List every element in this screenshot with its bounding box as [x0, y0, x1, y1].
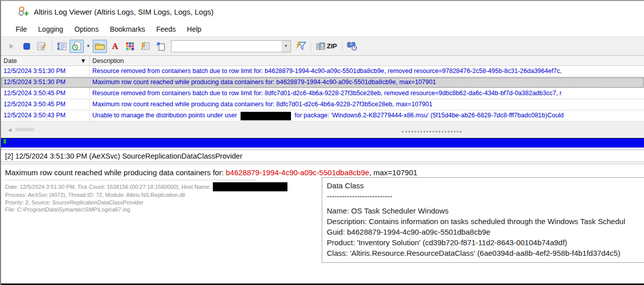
detail-message: Maximum row count reached while producin… [1, 164, 644, 177]
progress-bar [1, 138, 644, 148]
log-description: Maximum row count reached while producin… [92, 101, 432, 110]
chevron-down-icon: ▼ [86, 44, 90, 48]
log-date: 12/5/2024 3:50:45 PM [1, 88, 90, 99]
log-description-prefix: Unable to manage the distribution points… [92, 112, 237, 121]
copy-entry-button[interactable] [153, 40, 167, 53]
progress-marker [4, 139, 6, 144]
menu-file[interactable]: File [10, 24, 33, 35]
show-errors-button[interactable]: A [108, 40, 122, 53]
log-row-5[interactable]: 12/5/2024 3:50:43 PM Unable to manage th… [1, 110, 644, 121]
menu-feeds[interactable]: Feeds [151, 24, 182, 35]
grid-header: Date ▼ Description [1, 56, 644, 66]
tooltip-product: Product: 'Inventory Solution' (cd39b720-… [327, 237, 644, 248]
menu-options[interactable]: Options [69, 24, 104, 35]
autoscroll-button[interactable] [54, 40, 69, 53]
title-bar: Altiris Log Viewer (Altiris Logs, SIM Lo… [1, 1, 644, 22]
date-column-label: Date [4, 57, 17, 64]
autoscroll-icon [57, 42, 67, 51]
menu-bookmarks[interactable]: Bookmarks [104, 24, 151, 35]
log-date: 12/5/2024 3:50:45 PM [1, 99, 90, 110]
log-row-2-selected[interactable]: 12/5/2024 3:51:30 PM Maximum row count r… [1, 77, 644, 88]
filter-input[interactable] [171, 41, 281, 51]
filter-combobox: ▼ [171, 40, 291, 52]
binoculars-clock-icon [347, 41, 358, 51]
log-date: 12/5/2024 3:51:30 PM [1, 66, 90, 77]
log-row-1[interactable]: 12/5/2024 3:51:30 PM Resource removed fr… [1, 66, 644, 77]
apply-filter-button[interactable] [294, 40, 308, 53]
detail-header-text: [2] 12/5/2024 3:51:30 PM (AeXSvc) Source… [5, 152, 243, 160]
toolbar-separator [51, 41, 52, 52]
grid-scroll-area: ◀ [1, 121, 644, 138]
edit-log-button[interactable] [35, 40, 49, 53]
detail-entry-header: [2] 12/5/2024 3:51:30 PM (AeXSvc) Source… [1, 150, 644, 162]
tooltip-name: Name: OS Task Scheduler Windows [327, 205, 644, 216]
open-folder-button[interactable] [93, 40, 107, 53]
chevron-down-icon: ▼ [284, 44, 288, 48]
flat-view-button[interactable] [138, 40, 152, 53]
log-description: Resource removed from containers batch d… [92, 67, 562, 77]
color-grid-icon [126, 42, 134, 50]
horizontal-scrollbar-thumb[interactable] [15, 128, 34, 131]
detail-divider [5, 180, 256, 180]
folder-icon [95, 42, 105, 50]
log-description-suffix: for package: 'Windows6.2-KB2779444-x86.m… [295, 112, 564, 121]
play-icon [9, 43, 15, 49]
menu-help[interactable]: Help [182, 24, 207, 35]
menu-bar: File Logging Options Bookmarks Feeds Hel… [1, 22, 644, 36]
log-description: Resource removed from containers batch d… [92, 90, 562, 99]
toolbar: ▼ A [1, 36, 644, 55]
document-clock-icon [72, 41, 82, 51]
tooltip-guid: Guid: b4628879-1994-4c90-a09c-5501dba8cb… [327, 227, 644, 237]
splitter-grip[interactable] [402, 131, 461, 132]
stop-icon [23, 43, 30, 50]
log-date: 12/5/2024 3:50:43 PM [1, 110, 90, 121]
redacted-username [241, 112, 291, 120]
zip-device-icon [316, 42, 325, 50]
meta-date-tick-host: Date: 12/5/2024 3:51:30 PM, Tick Count: … [5, 183, 211, 191]
tooltip-class: Class: 'Altiris.Resource.ResourceDataCla… [327, 248, 644, 258]
combobox-dropdown-button[interactable]: ▼ [281, 41, 290, 52]
copy-arrow-icon [156, 42, 165, 51]
column-header-description[interactable]: Description [90, 56, 644, 65]
log-grid: Date ▼ Description 12/5/2024 3:51:30 PM … [1, 55, 644, 121]
redacted-hostname [213, 182, 287, 191]
toolbar-separator [342, 41, 342, 52]
detail-message-suffix: , max=107901 [369, 168, 418, 177]
sort-descending-icon: ▼ [80, 57, 86, 64]
tooltip-divider: -------------------------- [327, 191, 644, 201]
zip-label: ZIP [327, 42, 337, 50]
zip-logs-button[interactable]: ZIP [314, 40, 339, 53]
colorize-button[interactable] [123, 40, 137, 53]
detail-pane: Maximum row count reached while producin… [1, 164, 644, 283]
column-header-date[interactable]: Date ▼ [1, 56, 90, 65]
data-class-tooltip: Data Class -------------------------- Na… [322, 177, 644, 263]
play-button[interactable] [5, 40, 19, 53]
show-time-button[interactable] [70, 40, 84, 53]
edit-note-icon [37, 42, 46, 51]
tooltip-description: Description: Contains information on tas… [327, 216, 644, 227]
filter-funnel-icon [296, 41, 306, 51]
altiris-log-viewer-window: Altiris Log Viewer (Altiris Logs, SIM Lo… [0, 0, 644, 285]
find-history-button[interactable] [345, 40, 359, 53]
description-column-label: Description [92, 57, 124, 64]
window-title: Altiris Log Viewer (Altiris Logs, SIM Lo… [34, 8, 214, 16]
error-a-icon: A [112, 41, 118, 51]
log-description: Maximum row count reached while producin… [92, 79, 436, 88]
stop-button[interactable] [20, 40, 34, 53]
show-time-dropdown[interactable]: ▼ [85, 40, 92, 53]
toolbar-separator [311, 41, 311, 52]
detail-message-guid: b4628879-1994-4c90-a09c-5501dba8cb9e [226, 168, 369, 177]
log-row-4[interactable]: 12/5/2024 3:50:45 PM Maximum row count r… [1, 99, 644, 110]
menu-logging[interactable]: Logging [33, 24, 69, 35]
log-row-3[interactable]: 12/5/2024 3:50:45 PM Resource removed fr… [1, 88, 644, 99]
table-lightning-icon [141, 42, 150, 50]
app-logo-icon [18, 6, 29, 17]
detail-message-prefix: Maximum row count reached while producin… [5, 168, 226, 177]
scroll-left-arrow-icon[interactable]: ◀ [8, 127, 12, 132]
log-date: 12/5/2024 3:51:30 PM [1, 77, 90, 88]
tooltip-title: Data Class [327, 180, 644, 191]
